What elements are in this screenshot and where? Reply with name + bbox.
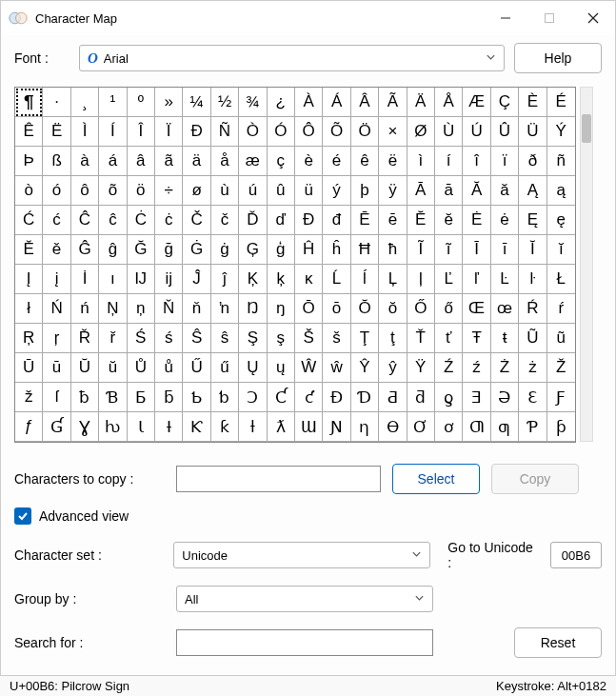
character-cell[interactable]: ñ	[547, 147, 575, 176]
character-cell[interactable]: ƍ	[435, 383, 463, 412]
character-cell[interactable]: Ó	[268, 117, 295, 147]
character-cell[interactable]: Ƌ	[379, 383, 407, 412]
character-cell[interactable]: Ņ	[99, 294, 127, 324]
character-cell[interactable]: Ā	[407, 176, 435, 206]
character-cell[interactable]: ĺ	[351, 265, 379, 294]
character-cell[interactable]: ƛ	[268, 412, 295, 442]
character-cell[interactable]: Æ	[463, 88, 490, 117]
character-cell[interactable]: ä	[183, 147, 210, 176]
character-cell[interactable]: ĭ	[547, 235, 575, 265]
character-cell[interactable]: Ɔ	[239, 383, 267, 412]
character-cell[interactable]: ì	[407, 147, 435, 176]
character-cell[interactable]: Ɨ	[155, 412, 183, 442]
character-cell[interactable]: Ü	[519, 117, 546, 147]
character-cell[interactable]: Ä	[407, 88, 435, 117]
character-cell[interactable]: Ƣ	[463, 412, 490, 442]
character-cell[interactable]: Ö	[351, 117, 379, 147]
character-cell[interactable]: Ē	[351, 206, 379, 235]
character-cell[interactable]: ¾	[239, 88, 267, 117]
character-cell[interactable]: Ƅ	[183, 383, 210, 412]
character-cell[interactable]: ſ	[43, 383, 70, 412]
character-cell[interactable]: ¸	[71, 88, 99, 117]
character-cell[interactable]: ė	[491, 206, 519, 235]
character-cell[interactable]: ú	[239, 176, 267, 206]
character-cell[interactable]: ŭ	[99, 353, 127, 383]
character-cell[interactable]: ę	[547, 206, 575, 235]
character-cell[interactable]: Ǝ	[463, 383, 490, 412]
character-cell[interactable]: Ƈ	[268, 383, 295, 412]
character-cell[interactable]: Ī	[463, 235, 490, 265]
character-cell[interactable]: Þ	[15, 147, 43, 176]
close-button[interactable]	[571, 1, 615, 35]
character-cell[interactable]: Ń	[43, 294, 70, 324]
character-cell[interactable]: É	[547, 88, 575, 117]
character-cell[interactable]: Ő	[407, 294, 435, 324]
scrollbar-thumb[interactable]	[582, 114, 591, 143]
help-button[interactable]: Help	[514, 43, 602, 73]
character-cell[interactable]: ŏ	[379, 294, 407, 324]
character-cell[interactable]: đ	[323, 206, 350, 235]
character-cell[interactable]: º	[128, 88, 155, 117]
character-cell[interactable]: Ơ	[407, 412, 435, 442]
group-by-select[interactable]: All	[176, 586, 433, 612]
character-cell[interactable]: Ż	[491, 353, 519, 383]
character-cell[interactable]: ď	[268, 206, 295, 235]
character-cell[interactable]: Ŋ	[239, 294, 267, 324]
scrollbar[interactable]	[580, 87, 593, 442]
character-cell[interactable]: Á	[323, 88, 350, 117]
character-cell[interactable]: â	[128, 147, 155, 176]
character-cell[interactable]: ĝ	[99, 235, 127, 265]
character-cell[interactable]: ô	[71, 176, 99, 206]
character-cell[interactable]: ŧ	[491, 324, 519, 353]
character-cell[interactable]: ŋ	[268, 294, 295, 324]
character-cell[interactable]: Ĥ	[295, 235, 323, 265]
character-cell[interactable]: ƣ	[491, 412, 519, 442]
character-cell[interactable]: ŗ	[43, 324, 70, 353]
character-cell[interactable]: ƃ	[155, 383, 183, 412]
advanced-view-checkbox[interactable]	[14, 507, 31, 525]
character-cell[interactable]: Ê	[15, 117, 43, 147]
character-cell[interactable]: ħ	[379, 235, 407, 265]
character-cell[interactable]: Ľ	[435, 265, 463, 294]
character-cell[interactable]: ū	[43, 353, 70, 383]
search-input[interactable]	[176, 629, 433, 656]
character-cell[interactable]: ø	[183, 176, 210, 206]
character-cell[interactable]: ā	[435, 176, 463, 206]
character-cell[interactable]: å	[211, 147, 239, 176]
character-cell[interactable]: í	[435, 147, 463, 176]
character-cell[interactable]: Ú	[463, 117, 490, 147]
character-cell[interactable]: ƚ	[239, 412, 267, 442]
character-cell[interactable]: Ì	[71, 117, 99, 147]
character-cell[interactable]: Â	[351, 88, 379, 117]
character-cell[interactable]: Ļ	[379, 265, 407, 294]
character-cell[interactable]: Ŏ	[351, 294, 379, 324]
character-cell[interactable]: ĩ	[435, 235, 463, 265]
character-cell[interactable]: Ğ	[128, 235, 155, 265]
character-cell[interactable]: »	[155, 88, 183, 117]
character-cell[interactable]: ·	[43, 88, 70, 117]
character-cell[interactable]: Į	[15, 265, 43, 294]
character-cell[interactable]: Ĵ	[183, 265, 210, 294]
character-cell[interactable]: Û	[491, 117, 519, 147]
character-set-select[interactable]: Unicode	[173, 542, 430, 568]
character-cell[interactable]: ï	[491, 147, 519, 176]
character-cell[interactable]: ê	[351, 147, 379, 176]
character-cell[interactable]: ƕ	[99, 412, 127, 442]
character-cell[interactable]: Ť	[407, 324, 435, 353]
character-cell[interactable]: ŀ	[519, 265, 546, 294]
character-cell[interactable]: ŉ	[211, 294, 239, 324]
character-cell[interactable]: ¹	[99, 88, 127, 117]
character-cell[interactable]: Ɛ	[519, 383, 546, 412]
character-cell[interactable]: ě	[43, 235, 70, 265]
goto-unicode-input[interactable]	[550, 542, 602, 568]
character-cell[interactable]: Ě	[15, 235, 43, 265]
character-cell[interactable]: Ÿ	[407, 353, 435, 383]
character-cell[interactable]: Î	[128, 117, 155, 147]
character-cell[interactable]: à	[71, 147, 99, 176]
reset-button[interactable]: Reset	[514, 627, 602, 658]
character-cell[interactable]: Ă	[463, 176, 490, 206]
character-cell[interactable]: Ġ	[183, 235, 210, 265]
character-cell[interactable]: Ñ	[211, 117, 239, 147]
character-cell[interactable]: ü	[295, 176, 323, 206]
character-cell[interactable]: Ę	[519, 206, 546, 235]
